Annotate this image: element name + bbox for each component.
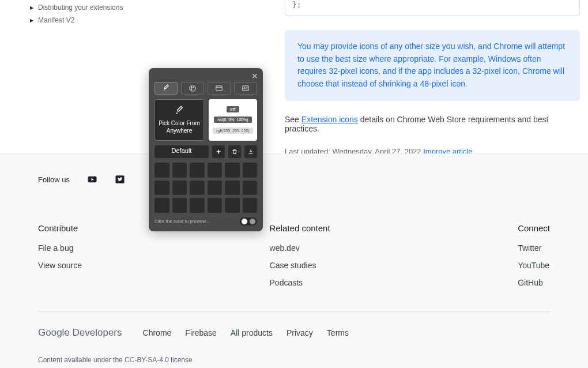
color-swatch[interactable] (208, 181, 223, 196)
svg-point-3 (190, 85, 196, 92)
all-products-link[interactable]: All products (231, 328, 273, 337)
color-swatch[interactable] (172, 163, 187, 178)
color-swatch[interactable] (208, 163, 223, 178)
hex-value[interactable]: #fff (227, 106, 239, 112)
twitter-link[interactable]: Twitter (518, 243, 550, 253)
add-button[interactable] (212, 145, 225, 158)
color-swatch[interactable] (243, 163, 258, 178)
license-text: Content available under the CC-BY-SA-4.0… (38, 356, 550, 364)
callout-note: You may provide icons of any other size … (285, 30, 580, 101)
page-footer: Follow us Contribute File a bug View sou… (0, 153, 588, 368)
caret-icon: ▶ (30, 18, 33, 23)
swatch-grid (154, 163, 257, 213)
delete-button[interactable] (228, 145, 241, 158)
svg-point-5 (193, 87, 194, 88)
github-link[interactable]: GitHub (518, 278, 550, 287)
google-developers-logo: Google Developers (38, 327, 122, 339)
color-swatch[interactable] (172, 181, 187, 196)
picker-preview-row: Pick Color From Anywhere #fff hsl(0, 0%,… (154, 99, 257, 141)
tab-eyedropper[interactable] (154, 82, 178, 95)
svg-rect-7 (216, 86, 223, 91)
webdev-link[interactable]: web.dev (270, 243, 330, 253)
terms-link[interactable]: Terms (327, 328, 349, 337)
nav-item-manifest-v2[interactable]: ▶ Manifest V2 (30, 16, 151, 24)
picker-hint: Click the color to preview... (154, 219, 209, 224)
nav-label: Manifest V2 (38, 16, 74, 24)
svg-point-6 (191, 89, 192, 90)
color-swatch[interactable] (243, 181, 258, 196)
case-studies-link[interactable]: Case studies (270, 261, 330, 270)
footer-link-columns: Contribute File a bug View source Relate… (38, 223, 550, 287)
color-swatch[interactable] (225, 163, 240, 178)
privacy-link[interactable]: Privacy (287, 328, 313, 337)
sidebar-nav: ▶ Distributing your extensions ▶ Manifes… (30, 3, 151, 29)
rgb-value[interactable]: rgb(255, 255, 255) (213, 127, 253, 134)
main-content: }; You may provide icons of any other si… (285, 0, 580, 156)
col-head: Connect (518, 223, 550, 233)
col-head: Contribute (38, 223, 82, 233)
firebase-link[interactable]: Firebase (185, 328, 216, 337)
color-swatch[interactable] (225, 198, 240, 213)
color-swatch[interactable] (190, 181, 205, 196)
close-icon[interactable]: ✕ (251, 72, 258, 81)
hsl-value[interactable]: hsl(0, 0%, 100%) (214, 117, 251, 123)
caret-icon: ▶ (30, 5, 33, 10)
picker-footer: Click the color to preview... (154, 217, 257, 226)
footer-col-contribute: Contribute File a bug View source (38, 223, 82, 287)
tab-palette[interactable] (181, 82, 204, 95)
nav-label: Distributing your extensions (38, 3, 123, 12)
pick-color-button[interactable]: Pick Color From Anywhere (154, 99, 204, 141)
tab-id[interactable] (234, 82, 257, 95)
color-swatch[interactable] (154, 198, 169, 213)
color-swatch[interactable] (154, 163, 169, 178)
default-button[interactable]: Default (154, 145, 209, 158)
chrome-link[interactable]: Chrome (143, 328, 172, 337)
footer-bottom: Google Developers Chrome Firebase All pr… (38, 311, 550, 339)
file-a-bug-link[interactable]: File a bug (38, 243, 82, 253)
svg-point-4 (191, 87, 192, 88)
tab-card[interactable] (208, 82, 231, 95)
color-swatch[interactable] (243, 198, 258, 213)
footer-col-related: Related content web.dev Case studies Pod… (270, 223, 330, 287)
podcasts-link[interactable]: Podcasts (270, 278, 330, 287)
view-source-link[interactable]: View source (38, 261, 82, 270)
color-info-card: #fff hsl(0, 0%, 100%) rgb(255, 255, 255) (209, 99, 257, 141)
theme-toggle[interactable] (240, 217, 257, 226)
follow-label: Follow us (38, 175, 70, 184)
dark-dot-icon (250, 219, 255, 224)
download-button[interactable] (244, 145, 257, 158)
picker-action-row: Default (154, 145, 257, 158)
color-picker-popup: ✕ Pick Color From Anywhere #fff hsl(0, 0… (149, 68, 263, 231)
see-text: See Extension icons details on Chrome We… (285, 115, 580, 133)
svg-point-10 (244, 88, 245, 89)
twitter-icon[interactable] (115, 175, 125, 184)
footer-col-connect: Connect Twitter YouTube GitHub (518, 223, 550, 287)
col-head: Related content (270, 223, 330, 233)
picker-tabs (154, 82, 257, 95)
youtube-icon[interactable] (87, 175, 97, 184)
see-prefix: See (285, 115, 301, 124)
follow-row: Follow us (38, 175, 550, 184)
code-block: }; (285, 0, 580, 16)
pick-label: Pick Color From Anywhere (157, 119, 201, 134)
extension-icons-link[interactable]: Extension icons (301, 115, 358, 124)
color-swatch[interactable] (190, 163, 205, 178)
color-swatch[interactable] (172, 198, 187, 213)
color-swatch[interactable] (190, 198, 205, 213)
youtube-link[interactable]: YouTube (518, 261, 550, 270)
color-swatch[interactable] (208, 198, 223, 213)
color-swatch[interactable] (154, 181, 169, 196)
color-swatch[interactable] (225, 181, 240, 196)
nav-item-distributing[interactable]: ▶ Distributing your extensions (30, 3, 151, 12)
light-dot-icon (242, 219, 247, 224)
